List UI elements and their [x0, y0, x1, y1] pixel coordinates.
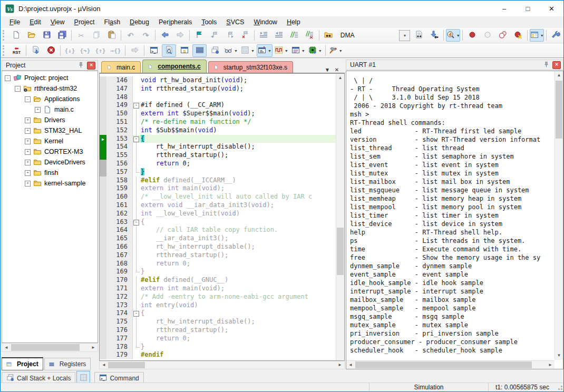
menu-window[interactable]: Window	[249, 17, 281, 27]
vscroll-thumb[interactable]	[556, 81, 562, 139]
pin-icon[interactable]	[77, 62, 85, 69]
tree-item[interactable]: -Project: project	[2, 73, 98, 83]
close-button[interactable]: ✕	[540, 1, 563, 16]
editor-tab-main.c[interactable]: main.c	[101, 61, 141, 73]
code-line[interactable]: 173int entry(void)	[100, 301, 344, 310]
nav-forward-button[interactable]	[173, 29, 187, 42]
code-line[interactable]: 155 rtthread_startup();	[100, 151, 344, 160]
tree-item[interactable]: +kernel-sample	[2, 178, 98, 189]
menu-view[interactable]: View	[46, 17, 70, 27]
code-line[interactable]: 162int __low_level_init(void)	[100, 210, 344, 218]
code-line[interactable]: 177 return 0;	[100, 335, 344, 343]
show-next-statement-button[interactable]	[128, 44, 142, 57]
code-line[interactable]: 176 rtthread_startup();	[100, 326, 344, 335]
resize-grip[interactable]	[556, 383, 563, 391]
code-line[interactable]: 174-{	[100, 309, 344, 318]
code-line[interactable]: 172/* Add -eentry to arm-none-eabi-gcc a…	[100, 293, 344, 301]
find-button[interactable]	[412, 29, 426, 42]
scroll-right-arrow[interactable]: ►	[336, 361, 344, 369]
paste-button[interactable]	[104, 29, 119, 42]
scroll-right-arrow[interactable]: ►	[546, 361, 555, 369]
menu-flash[interactable]: Flash	[100, 17, 125, 27]
indent-button[interactable]	[257, 29, 271, 42]
scroll-down-arrow[interactable]: ▼	[555, 351, 563, 360]
breakpoint-disable-button[interactable]	[480, 29, 494, 42]
reset-cpu-button[interactable]: ⬅RST	[9, 44, 24, 57]
tree-item[interactable]: +finsh	[2, 168, 98, 178]
code-line[interactable]: 151/* re-define main function */	[100, 118, 344, 126]
scroll-left-arrow[interactable]: ◄	[100, 361, 108, 369]
breakpoint-disable-all-button[interactable]	[495, 29, 510, 42]
editor-vscrollbar[interactable]: ▲	[336, 74, 344, 360]
uncomment-selection-button[interactable]	[303, 29, 317, 42]
expand-icon[interactable]: +	[25, 181, 31, 187]
tree-item[interactable]: -Applications	[2, 94, 98, 104]
find-text-combobox[interactable]: DMA▼	[337, 30, 411, 41]
menu-file[interactable]: File	[5, 17, 25, 27]
command-window-button[interactable]: >_	[147, 44, 161, 57]
code-line[interactable]: 161extern void __iar_data_init3(void);	[100, 201, 344, 210]
code-line[interactable]: 163-{	[100, 218, 344, 227]
disassembly-window-button[interactable]	[162, 44, 176, 57]
expand-icon[interactable]: +	[25, 117, 31, 123]
code-line[interactable]: 146void rt_hw_board_init(void);	[100, 76, 344, 85]
redo-button[interactable]: ↷	[139, 29, 153, 42]
code-line[interactable]: 167 rtthread_startup();	[100, 251, 344, 260]
code-editor[interactable]: 146void rt_hw_board_init(void);147int rt…	[99, 73, 345, 361]
code-line[interactable]: 168 return 0;	[100, 260, 344, 268]
code-line[interactable]: 169}	[100, 268, 344, 276]
fold-collapse-icon[interactable]: -	[133, 136, 139, 142]
collapse-icon[interactable]: -	[5, 75, 11, 81]
run-button[interactable]	[28, 44, 43, 57]
breakpoint-insert-button[interactable]	[465, 29, 479, 42]
expand-icon[interactable]: +	[25, 128, 31, 134]
fold-collapse-icon[interactable]: -	[133, 103, 139, 109]
nav-back-button[interactable]	[158, 29, 172, 42]
symbol-window-button[interactable]: S	[177, 44, 191, 57]
code-line[interactable]: 160/* __low_level_init will auto called …	[100, 193, 344, 201]
code-line[interactable]: 159extern int main(void);	[100, 184, 344, 193]
hscroll-thumb[interactable]	[355, 361, 532, 368]
tree-item[interactable]: +CORTEX-M3	[2, 146, 98, 157]
fold-collapse-icon[interactable]: -	[133, 220, 139, 226]
menu-svcs[interactable]: SVCS	[221, 17, 249, 27]
project-tree-hscrollbar[interactable]: ◄ ►	[2, 343, 98, 352]
hscroll-thumb[interactable]	[11, 344, 80, 351]
hscroll-thumb[interactable]	[108, 362, 145, 368]
code-line[interactable]: 158#elif defined(__ICCARM__)	[100, 177, 344, 185]
scroll-right-arrow[interactable]: ►	[89, 344, 98, 351]
code-line[interactable]: 157}	[100, 168, 344, 177]
code-line[interactable]: ▶153-{	[100, 135, 344, 143]
uart-panel-close-button[interactable]: ✕	[552, 61, 561, 69]
collapse-icon[interactable]: -	[15, 86, 21, 92]
combobox-dropdown-button[interactable]: ▼	[399, 30, 410, 41]
tree-item[interactable]: +Kernel	[2, 136, 98, 146]
pin-icon[interactable]	[543, 61, 550, 68]
tab-list-dropdown-icon[interactable]: ▼	[323, 67, 332, 73]
find-in-files-button[interactable]	[322, 29, 336, 42]
configuration-button[interactable]	[549, 29, 563, 42]
stop-button[interactable]	[44, 44, 58, 57]
code-line[interactable]: 170#elif defined(__GNUC__)	[100, 276, 344, 285]
fold-collapse-icon[interactable]: -	[133, 311, 139, 317]
bookmark-toggle-button[interactable]	[192, 29, 206, 42]
open-folder-button[interactable]	[24, 29, 38, 42]
code-line[interactable]: 166 rt_hw_interrupt_disable();	[100, 243, 344, 251]
debug-session-button[interactable]: d▼	[446, 29, 460, 42]
code-line[interactable]: 171extern int main(void);	[100, 285, 344, 293]
cut-button[interactable]: ✂	[74, 29, 88, 42]
scroll-up-arrow[interactable]: ▲	[336, 74, 344, 82]
editor-tab-startup_stm32f103xe.s[interactable]: startup_stm32f103xe.s	[208, 61, 293, 73]
tree-item[interactable]: +DeviceDrivers	[2, 157, 98, 168]
run-to-cursor-button[interactable]: →{}	[109, 44, 123, 57]
expand-icon[interactable]: +	[25, 139, 31, 144]
code-line[interactable]: 165 __iar_data_init3();	[100, 234, 344, 243]
code-line[interactable]: 156 return 0;	[100, 160, 344, 168]
code-line[interactable]: 175 rt_hw_interrupt_disable();	[100, 318, 344, 326]
uart-hscrollbar[interactable]: ◄ ►	[346, 360, 555, 369]
system-viewer-button[interactable]: ▼	[307, 44, 323, 57]
bookmark-prev-button[interactable]	[207, 29, 221, 42]
code-line[interactable]: 149-#if defined (__CC_ARM)	[100, 101, 344, 110]
tree-item[interactable]: +Drivers	[2, 115, 98, 125]
minimize-button[interactable]: –	[492, 1, 516, 16]
